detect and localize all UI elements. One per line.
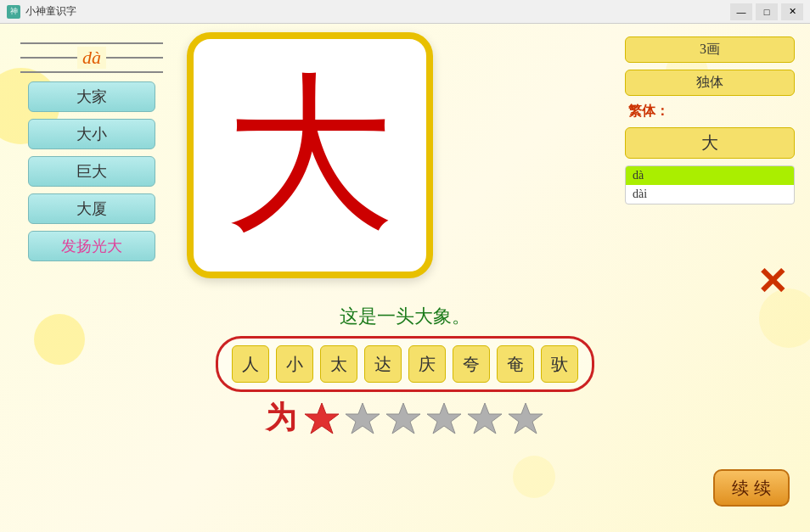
left-panel: dà 大家 大小 巨大 大厦 发扬光大 — [15, 41, 168, 261]
titlebar-close-button[interactable]: ✕ — [781, 3, 803, 20]
trad-label: 繁体： — [625, 103, 795, 120]
svg-marker-5 — [509, 403, 543, 434]
choice-1[interactable]: 小 — [276, 345, 313, 383]
close-x-button[interactable]: ✕ — [751, 261, 793, 304]
content-area: dà 大家 大小 巨大 大厦 发扬光大 大 3画 独体 繁体： 大 dà dài — [0, 24, 810, 532]
svg-marker-2 — [386, 403, 420, 434]
structure-box: 独体 — [625, 70, 795, 96]
svg-marker-4 — [468, 403, 502, 434]
character-card: 大 — [187, 32, 433, 278]
stars-row: 为 — [266, 397, 544, 439]
choice-7[interactable]: 驮 — [541, 345, 578, 383]
choice-4[interactable]: 庆 — [408, 345, 446, 383]
svg-marker-0 — [305, 403, 339, 434]
star-2 — [385, 400, 422, 437]
pinyin-line-top — [20, 42, 163, 44]
star-4 — [466, 400, 503, 437]
title-bar: 神 小神童识字 — □ ✕ — [0, 0, 810, 24]
choice-2[interactable]: 太 — [320, 345, 357, 383]
svg-marker-3 — [427, 403, 461, 434]
pinyin-item-0[interactable]: dà — [626, 166, 794, 185]
minimize-button[interactable]: — — [730, 3, 752, 20]
word-btn-0[interactable]: 大家 — [28, 81, 155, 112]
example-sentence: 这是一头大象。 — [0, 304, 810, 329]
app-icon: 神 — [7, 5, 20, 19]
word-btn-4[interactable]: 发扬光大 — [28, 231, 155, 261]
choice-6[interactable]: 奄 — [497, 345, 534, 383]
pinyin-header: dà — [20, 41, 163, 75]
star-0 — [303, 400, 340, 437]
app-title: 小神童识字 — [25, 4, 730, 19]
pinyin-list: dà dài — [625, 165, 795, 204]
star-5 — [507, 400, 544, 437]
choice-5[interactable]: 夸 — [453, 345, 490, 383]
word-btn-2[interactable]: 巨大 — [28, 156, 155, 187]
word-btn-1[interactable]: 大小 — [28, 119, 155, 149]
maximize-button[interactable]: □ — [756, 3, 778, 20]
trad-char-box: 大 — [625, 127, 795, 159]
close-x-icon: ✕ — [757, 264, 788, 301]
pinyin-item-1[interactable]: dài — [626, 185, 794, 204]
answer-char: 为 — [266, 397, 296, 439]
right-panel: 3画 独体 繁体： 大 dà dài — [625, 36, 795, 204]
pinyin-line-bot — [20, 71, 163, 73]
char-choices: 人 小 太 达 庆 夸 奄 驮 — [216, 336, 594, 392]
main-character: 大 — [225, 70, 395, 240]
word-btn-3[interactable]: 大厦 — [28, 193, 155, 224]
choice-3[interactable]: 达 — [364, 345, 402, 383]
stroke-count-box: 3画 — [625, 36, 795, 63]
main-pinyin: dà — [77, 47, 106, 69]
star-1 — [344, 400, 381, 437]
continue-button[interactable]: 续 续 — [713, 469, 790, 507]
star-3 — [425, 400, 463, 437]
svg-marker-1 — [346, 403, 380, 434]
choice-0[interactable]: 人 — [232, 345, 269, 383]
window-controls: — □ ✕ — [730, 3, 803, 20]
